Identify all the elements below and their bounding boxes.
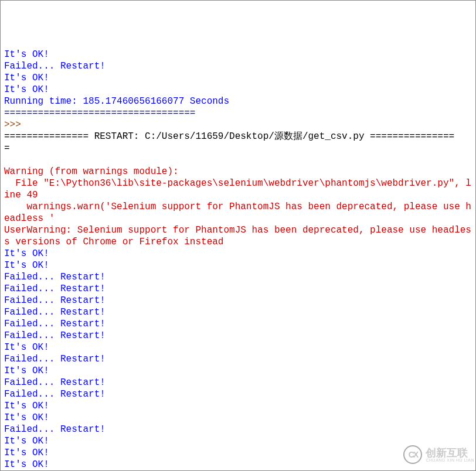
watermark-cn: 创新互联 <box>426 448 474 458</box>
output-line: Running time: 185.17460656166077 Seconds <box>4 96 229 107</box>
output-line: It's OK! <box>4 459 49 470</box>
output-line: Failed... Restart! <box>4 295 106 306</box>
watermark-text: 创新互联 CHUANG XIN HU LIAN <box>426 448 474 462</box>
output-line: Failed... Restart! <box>4 61 106 71</box>
output-line: It's OK! <box>4 73 49 83</box>
output-line: It's OK! <box>4 342 49 353</box>
output-line: It's OK! <box>4 436 49 446</box>
output-line: It's OK! <box>4 248 49 259</box>
watermark-logo: CX 创新互联 CHUANG XIN HU LIAN <box>386 440 474 469</box>
output-line: It's OK! <box>4 84 49 95</box>
prompt: >>> <box>4 120 26 130</box>
output-line: Failed... Restart! <box>4 377 106 388</box>
restart-banner-continuation: = <box>4 143 10 153</box>
watermark-en: CHUANG XIN HU LIAN <box>426 458 474 462</box>
output-line: It's OK! <box>4 260 49 271</box>
output-line: It's OK! <box>4 366 49 376</box>
warning-line: warnings.warn('Selenium support for Phan… <box>4 202 471 224</box>
warning-line: UserWarning: Selenium support for Phanto… <box>4 225 471 247</box>
output-line: Failed... Restart! <box>4 319 106 329</box>
output-line: Failed... Restart! <box>4 389 106 400</box>
output-line: It's OK! <box>4 401 49 411</box>
output-line: It's OK! <box>4 49 49 60</box>
output-line: ================================== <box>4 108 195 118</box>
restart-banner: =============== RESTART: C:/Users/11659/… <box>4 131 454 142</box>
warning-line: File "E:\Python36\lib\site-packages\sele… <box>4 178 471 200</box>
output-line: Failed... Restart! <box>4 272 106 282</box>
output-line: Failed... Restart! <box>4 354 106 364</box>
output-line: Failed... Restart! <box>4 307 106 318</box>
output-line: It's OK! <box>4 448 49 458</box>
output-line: Failed... Restart! <box>4 284 106 294</box>
python-shell-console[interactable]: It's OK! Failed... Restart! It's OK! It'… <box>1 47 475 471</box>
warning-line: Warning (from warnings module): <box>4 166 179 177</box>
output-line: Failed... Restart! <box>4 330 106 341</box>
watermark-icon: CX <box>403 445 422 464</box>
output-line: It's OK! <box>4 412 49 423</box>
output-line: Failed... Restart! <box>4 424 106 435</box>
